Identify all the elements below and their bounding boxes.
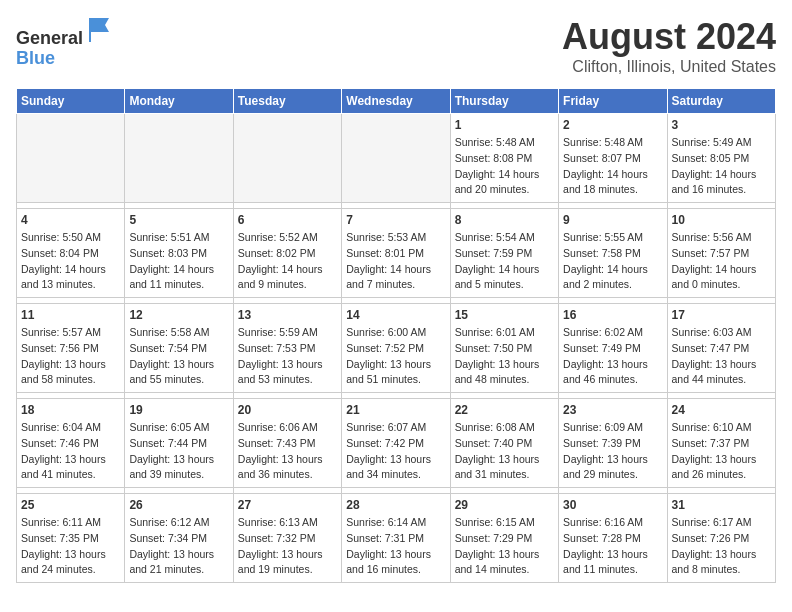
calendar-week-row: 11Sunrise: 5:57 AMSunset: 7:56 PMDayligh… [17,304,776,393]
day-info: Sunrise: 6:05 AMSunset: 7:44 PMDaylight:… [129,420,228,483]
day-info: Sunrise: 6:08 AMSunset: 7:40 PMDaylight:… [455,420,554,483]
day-number: 27 [238,498,337,512]
day-info: Sunrise: 5:55 AMSunset: 7:58 PMDaylight:… [563,230,662,293]
title-block: August 2024 Clifton, Illinois, United St… [562,16,776,76]
calendar-week-row: 25Sunrise: 6:11 AMSunset: 7:35 PMDayligh… [17,494,776,583]
calendar-cell: 24Sunrise: 6:10 AMSunset: 7:37 PMDayligh… [667,399,775,488]
day-number: 14 [346,308,445,322]
calendar-cell: 21Sunrise: 6:07 AMSunset: 7:42 PMDayligh… [342,399,450,488]
calendar-header-row: SundayMondayTuesdayWednesdayThursdayFrid… [17,89,776,114]
calendar-cell: 6Sunrise: 5:52 AMSunset: 8:02 PMDaylight… [233,209,341,298]
calendar-cell [125,114,233,203]
day-info: Sunrise: 5:59 AMSunset: 7:53 PMDaylight:… [238,325,337,388]
day-info: Sunrise: 6:03 AMSunset: 7:47 PMDaylight:… [672,325,771,388]
day-header-sunday: Sunday [17,89,125,114]
day-info: Sunrise: 6:13 AMSunset: 7:32 PMDaylight:… [238,515,337,578]
day-number: 12 [129,308,228,322]
day-info: Sunrise: 6:16 AMSunset: 7:28 PMDaylight:… [563,515,662,578]
calendar-cell [233,114,341,203]
calendar-cell: 9Sunrise: 5:55 AMSunset: 7:58 PMDaylight… [559,209,667,298]
day-header-monday: Monday [125,89,233,114]
calendar-cell: 5Sunrise: 5:51 AMSunset: 8:03 PMDaylight… [125,209,233,298]
logo: General Blue [16,16,113,69]
calendar-cell: 22Sunrise: 6:08 AMSunset: 7:40 PMDayligh… [450,399,558,488]
day-info: Sunrise: 5:57 AMSunset: 7:56 PMDaylight:… [21,325,120,388]
logo-flag-icon [85,16,113,44]
day-info: Sunrise: 5:50 AMSunset: 8:04 PMDaylight:… [21,230,120,293]
day-info: Sunrise: 6:06 AMSunset: 7:43 PMDaylight:… [238,420,337,483]
day-number: 20 [238,403,337,417]
day-header-tuesday: Tuesday [233,89,341,114]
calendar-week-row: 4Sunrise: 5:50 AMSunset: 8:04 PMDaylight… [17,209,776,298]
day-info: Sunrise: 5:51 AMSunset: 8:03 PMDaylight:… [129,230,228,293]
svg-marker-0 [89,18,109,42]
day-info: Sunrise: 6:04 AMSunset: 7:46 PMDaylight:… [21,420,120,483]
day-number: 1 [455,118,554,132]
day-number: 11 [21,308,120,322]
day-number: 31 [672,498,771,512]
subtitle: Clifton, Illinois, United States [562,58,776,76]
day-info: Sunrise: 6:14 AMSunset: 7:31 PMDaylight:… [346,515,445,578]
day-info: Sunrise: 5:56 AMSunset: 7:57 PMDaylight:… [672,230,771,293]
calendar-cell: 28Sunrise: 6:14 AMSunset: 7:31 PMDayligh… [342,494,450,583]
day-info: Sunrise: 6:00 AMSunset: 7:52 PMDaylight:… [346,325,445,388]
day-number: 8 [455,213,554,227]
calendar-cell: 16Sunrise: 6:02 AMSunset: 7:49 PMDayligh… [559,304,667,393]
day-info: Sunrise: 5:49 AMSunset: 8:05 PMDaylight:… [672,135,771,198]
day-info: Sunrise: 6:11 AMSunset: 7:35 PMDaylight:… [21,515,120,578]
calendar-cell: 23Sunrise: 6:09 AMSunset: 7:39 PMDayligh… [559,399,667,488]
calendar-cell: 19Sunrise: 6:05 AMSunset: 7:44 PMDayligh… [125,399,233,488]
calendar-cell: 13Sunrise: 5:59 AMSunset: 7:53 PMDayligh… [233,304,341,393]
day-number: 16 [563,308,662,322]
day-number: 21 [346,403,445,417]
calendar-cell: 26Sunrise: 6:12 AMSunset: 7:34 PMDayligh… [125,494,233,583]
calendar-cell: 10Sunrise: 5:56 AMSunset: 7:57 PMDayligh… [667,209,775,298]
day-info: Sunrise: 5:53 AMSunset: 8:01 PMDaylight:… [346,230,445,293]
day-info: Sunrise: 5:52 AMSunset: 8:02 PMDaylight:… [238,230,337,293]
day-number: 18 [21,403,120,417]
day-info: Sunrise: 6:02 AMSunset: 7:49 PMDaylight:… [563,325,662,388]
calendar-cell: 31Sunrise: 6:17 AMSunset: 7:26 PMDayligh… [667,494,775,583]
calendar-cell: 7Sunrise: 5:53 AMSunset: 8:01 PMDaylight… [342,209,450,298]
day-header-saturday: Saturday [667,89,775,114]
day-info: Sunrise: 5:48 AMSunset: 8:08 PMDaylight:… [455,135,554,198]
day-number: 7 [346,213,445,227]
day-header-thursday: Thursday [450,89,558,114]
day-number: 23 [563,403,662,417]
calendar-cell [342,114,450,203]
day-number: 2 [563,118,662,132]
day-number: 13 [238,308,337,322]
calendar-cell: 2Sunrise: 5:48 AMSunset: 8:07 PMDaylight… [559,114,667,203]
day-number: 4 [21,213,120,227]
calendar-cell: 12Sunrise: 5:58 AMSunset: 7:54 PMDayligh… [125,304,233,393]
day-number: 3 [672,118,771,132]
calendar-cell: 15Sunrise: 6:01 AMSunset: 7:50 PMDayligh… [450,304,558,393]
calendar-cell: 20Sunrise: 6:06 AMSunset: 7:43 PMDayligh… [233,399,341,488]
day-info: Sunrise: 6:10 AMSunset: 7:37 PMDaylight:… [672,420,771,483]
page-header: General Blue August 2024 Clifton, Illino… [16,16,776,76]
calendar-cell: 17Sunrise: 6:03 AMSunset: 7:47 PMDayligh… [667,304,775,393]
day-number: 30 [563,498,662,512]
calendar-cell: 29Sunrise: 6:15 AMSunset: 7:29 PMDayligh… [450,494,558,583]
day-number: 19 [129,403,228,417]
day-header-wednesday: Wednesday [342,89,450,114]
calendar-cell: 25Sunrise: 6:11 AMSunset: 7:35 PMDayligh… [17,494,125,583]
day-number: 29 [455,498,554,512]
main-title: August 2024 [562,16,776,58]
day-number: 6 [238,213,337,227]
calendar-week-row: 1Sunrise: 5:48 AMSunset: 8:08 PMDaylight… [17,114,776,203]
day-number: 15 [455,308,554,322]
calendar-cell [17,114,125,203]
day-info: Sunrise: 5:58 AMSunset: 7:54 PMDaylight:… [129,325,228,388]
day-number: 5 [129,213,228,227]
day-info: Sunrise: 6:12 AMSunset: 7:34 PMDaylight:… [129,515,228,578]
calendar-cell: 14Sunrise: 6:00 AMSunset: 7:52 PMDayligh… [342,304,450,393]
calendar-cell: 30Sunrise: 6:16 AMSunset: 7:28 PMDayligh… [559,494,667,583]
logo-general-text: General [16,28,83,48]
calendar-table: SundayMondayTuesdayWednesdayThursdayFrid… [16,88,776,583]
day-number: 22 [455,403,554,417]
day-number: 28 [346,498,445,512]
day-number: 10 [672,213,771,227]
day-number: 17 [672,308,771,322]
calendar-cell: 11Sunrise: 5:57 AMSunset: 7:56 PMDayligh… [17,304,125,393]
